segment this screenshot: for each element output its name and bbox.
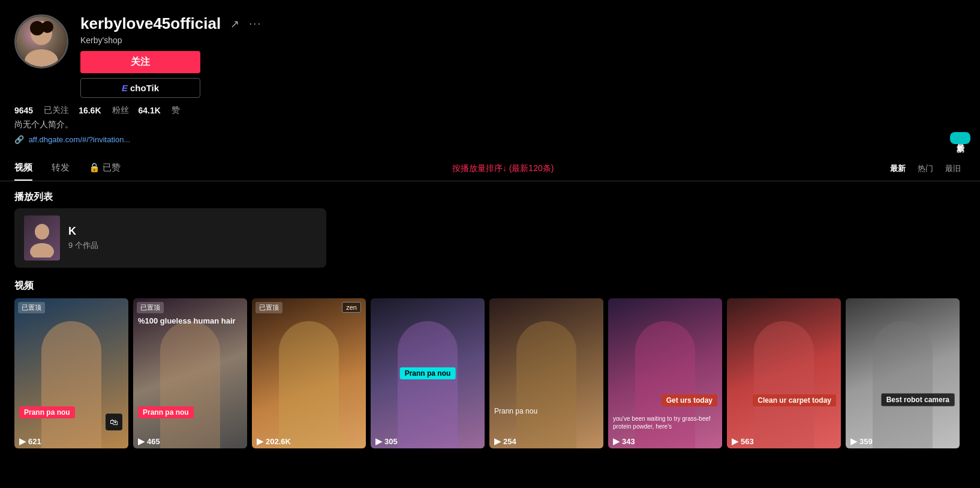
profile-link[interactable]: aff.dhgate.com/#/?invitation... [29,135,131,144]
play-icon-3: ▶ [257,436,263,446]
video-count-3: ▶ 202.6K [257,436,291,446]
playlist-info: K 9 个作品 [68,225,98,251]
sort-oldest-button[interactable]: 最旧 [940,161,966,176]
play-icon-4: ▶ [375,436,382,446]
pinned-badge-3: 已置顶 [255,302,282,313]
video-count-5: ▶ 254 [494,436,516,446]
echotik-button[interactable]: EchoTik [80,78,200,98]
video-text-2: %100 glueless human hair [138,316,242,325]
play-icon-5: ▶ [494,436,501,446]
video-count-6: ▶ 343 [613,436,635,446]
video-card-1[interactable]: 已置顶 Prann pa nou 🛍 ▶ 621 [14,298,128,448]
video-count-7: ▶ 563 [732,436,754,446]
username-row: kerbylove45official ↗ ··· [80,14,966,33]
tab-videos[interactable]: 视频 [14,156,32,181]
likes-label: 赞 [172,105,180,116]
video-count-8: ▶ 359 [850,436,873,446]
followers-label: 粉丝 [112,105,129,116]
sort-popular-button[interactable]: 热门 [913,161,938,176]
likes-count: 64.1K [139,106,161,115]
profile-info: kerbylove45official ↗ ··· Kerby'shop 关注 … [80,14,966,98]
video-overlay-7: Clean ur carpet today [753,394,836,406]
video-card-7[interactable]: Clean ur carpet today ▶ 563 [727,298,841,448]
video-card-5[interactable]: Prann pa nou ▶ 254 [489,298,603,448]
video-sub-6: you've been waiting to try grass-beef pr… [613,415,717,430]
following-label: 已关注 [44,105,69,116]
svg-point-4 [35,224,49,239]
video-overlay-8: Best robot camera [881,393,955,406]
follow-button[interactable]: 关注 [80,51,200,73]
video-overlay-5: Prann pa nou [494,407,599,415]
echotik-text: choTik [130,83,159,93]
count-label-6: 343 [622,437,635,446]
playlist-section-title: 播放列表 [0,181,980,208]
play-icon-6: ▶ [613,436,620,446]
video-card-4[interactable]: Prann pa nou ▶ 305 [371,298,485,448]
video-overlay-4: Prann pa nou [400,367,456,379]
playlist-count: 9 个作品 [68,240,98,251]
shop-name: Kerby'shop [80,35,966,45]
zen-label: zen [342,302,361,313]
video-grid: 已置顶 Prann pa nou 🛍 ▶ 621 已置顶 %100 gluele… [0,298,980,463]
svg-point-3 [41,21,53,33]
count-label-5: 254 [503,437,516,446]
count-label-4: 305 [384,437,398,446]
video-count-2: ▶ 465 [138,436,160,446]
playlist-card[interactable]: K 9 个作品 [14,208,326,268]
video-overlay-2: Prann pa nou [138,406,194,418]
sort-newest-button[interactable]: 最新 [885,161,910,176]
bio: 尚无个人简介。 [0,116,980,134]
video-card-2[interactable]: 已置顶 %100 glueless human hair Prann pa no… [133,298,247,448]
playlist-thumbnail [24,215,60,261]
pinned-badge-1: 已置顶 [18,302,45,313]
video-count-4: ▶ 305 [375,436,398,446]
count-label-2: 465 [147,437,160,446]
username: kerbylove45official [80,14,221,33]
videos-section-title: 视频 [0,280,980,298]
play-icon-8: ▶ [850,436,857,446]
profile-section: kerbylove45official ↗ ··· Kerby'shop 关注 … [0,0,980,98]
count-label-7: 563 [741,437,754,446]
following-count: 9645 [14,106,33,115]
filter-button[interactable]: 按播放量排序↓ (最新120条) [452,163,554,174]
tab-reposts[interactable]: 转发 [52,156,70,181]
lock-icon: 🔒 [89,162,100,172]
video-count-1: ▶ 621 [19,436,41,446]
video-overlay-6: Get urs today [662,394,717,406]
bag-icon: 🛍 [106,414,122,430]
video-card-3[interactable]: 已置顶 zen ▶ 202.6K [252,298,366,448]
play-icon-1: ▶ [19,436,26,446]
echotik-e: E [122,83,128,93]
count-label-3: 202.6K [266,437,291,446]
more-icon[interactable]: ··· [249,17,261,30]
count-label-8: 359 [859,437,873,446]
play-icon-7: ▶ [732,436,738,446]
avatar [14,14,68,68]
tabs-bar: 视频 转发 🔒 已赞 按播放量排序↓ (最新120条) 最新 热门 最旧 [0,156,980,181]
stats-row: 9645 已关注 16.6K 粉丝 64.1K 赞 [0,98,980,116]
video-card-8[interactable]: Best robot camera ▶ 359 [846,298,960,448]
svg-point-5 [30,243,54,258]
play-icon-2: ▶ [138,436,145,446]
sort-buttons: 最新 热门 最旧 [885,161,966,176]
count-label-1: 621 [28,437,41,446]
playlist-name: K [68,225,98,238]
pinned-badge-2: 已置顶 [137,302,164,313]
latest-badge[interactable]: 最新 [950,132,970,144]
video-card-6[interactable]: Get urs today you've been waiting to try… [608,298,722,448]
tab-liked[interactable]: 🔒 已赞 [89,156,121,181]
video-overlay-1: Prann pa nou [19,406,75,418]
link-row: 🔗 aff.dhgate.com/#/?invitation... [0,134,980,151]
svg-point-1 [25,49,58,67]
followers-count: 16.6K [79,106,101,115]
share-icon[interactable]: ↗ [230,17,239,31]
